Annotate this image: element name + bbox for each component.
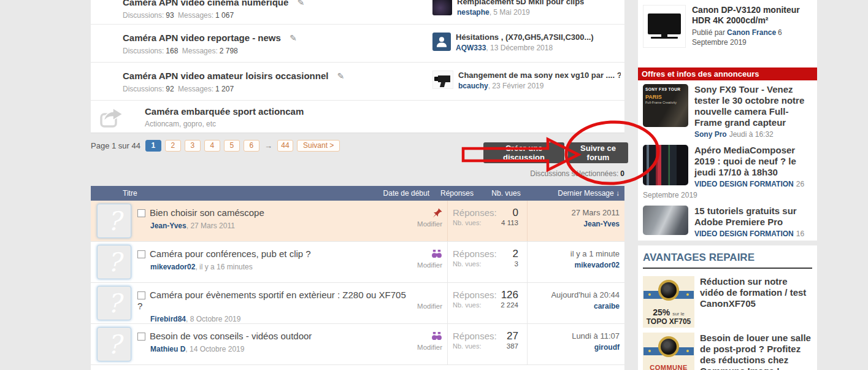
avantage-item: COMMUNE IMAGE Besoin de louer une salle … [638, 329, 817, 370]
forum-node-stats: Discussions:93 Messages:1 067 [123, 11, 432, 20]
ad-title-link[interactable]: 15 tutoriels gratuits sur Adobe Premiere… [694, 206, 797, 227]
thread-title-link[interactable]: Caméra pour conférences, pub et clip ? [150, 249, 311, 259]
ad-author-link[interactable]: VIDEO DESIGN FORMATION [694, 180, 794, 188]
page-button-3[interactable]: 3 [185, 140, 201, 152]
thread-avatar[interactable]: ? [97, 327, 131, 361]
page-counter: Page 1 sur 44 [91, 141, 140, 150]
avantage-item: 25% sur le TOPO XF705 Réduction sur notr… [638, 272, 817, 329]
forum-node-link[interactable]: Caméra APN video cinéma numérique [123, 0, 288, 7]
share-arrow-icon [99, 107, 124, 129]
last-post-title[interactable]: Changement de ma sony nex vg10 par .... … [458, 71, 621, 80]
forum-node-description: Actioncam, gopro, etc [145, 120, 624, 128]
avantage-title-link[interactable]: Réduction sur notre vidéo de formation /… [700, 276, 806, 309]
edit-icon: ✎ [298, 0, 305, 7]
thread-avatar[interactable]: ? [97, 204, 131, 238]
avantages-header: AVANTAGES REPAIRE [643, 252, 812, 269]
thread-row: ? Bien choisir son caméscope Jean-Yves, … [91, 201, 624, 242]
thread-author[interactable]: Firebird84 [150, 315, 186, 323]
last-post-thumbnail[interactable] [432, 71, 453, 89]
forum-node-link-type: Caméra embarquée sport actioncam Actionc… [91, 101, 624, 133]
featured-news-item: Canon DP-V3120 moniteur HDR 4K 2000cd/m²… [638, 0, 817, 67]
sidebar-avantages: AVANTAGES REPAIRE 25% sur le TOPO XF705 … [638, 245, 817, 370]
thread-checkbox[interactable] [137, 291, 145, 299]
ad-item: 15 tutoriels gratuits sur Adobe Premiere… [638, 202, 817, 241]
thread-checkbox[interactable] [137, 250, 145, 258]
page-button-1[interactable]: 1 [145, 140, 161, 152]
binoculars-watched-icon [409, 249, 442, 260]
monitor-thumbnail[interactable] [643, 5, 686, 48]
column-views[interactable]: Nb. vues [485, 189, 528, 198]
last-post: Hésitations , (X70,GH5,A7SII,C300...) AQ… [432, 33, 624, 62]
forum-node-link[interactable]: Caméra APN video reportage - news [123, 33, 281, 43]
forum-node-stats: Discussions:168 Messages:2 798 [123, 47, 432, 55]
thread-title-link[interactable]: Bien choisir son caméscope [150, 207, 264, 218]
modifier-link[interactable]: Modifier [409, 303, 442, 310]
page-button-5[interactable]: 5 [224, 140, 240, 152]
thread-avatar[interactable]: ? [97, 245, 131, 279]
next-page-button[interactable]: Suivant > [297, 140, 340, 152]
advertisers-banner: Offres et infos des annonceurs [638, 67, 817, 80]
page-button-last[interactable]: 44 [277, 140, 293, 152]
thread-checkbox[interactable] [137, 333, 145, 341]
member-avatar[interactable] [432, 33, 451, 51]
last-post-title[interactable]: Hésitations , (X70,GH5,A7SII,C300...) [456, 33, 594, 42]
forum-node-link[interactable]: Caméra APN video amateur loisirs occasio… [123, 71, 328, 81]
last-post-date: , 13 Décembre 2018 [486, 44, 553, 52]
last-message-user[interactable]: giroudf [528, 343, 620, 352]
forum-node-link[interactable]: Caméra embarquée sport actioncam [145, 106, 304, 117]
camera-lens-icon [658, 336, 679, 357]
mediacomposer-thumbnail[interactable] [643, 145, 688, 185]
pagination: Page 1 sur 44 1 2 3 4 5 6 → 44 Suivant > [91, 140, 344, 152]
last-post-date: , 5 Mai 2019 [490, 8, 530, 17]
column-start-date[interactable]: Date de début [365, 189, 429, 198]
modifier-link[interactable]: Modifier [409, 344, 442, 351]
thread-date: , 14 Octobre 2019 [185, 345, 244, 353]
column-last-message[interactable]: Dernier Message ↓ [528, 189, 624, 198]
thread-author[interactable]: Jean-Yves [150, 222, 186, 230]
avantage-title-link[interactable]: Besoin de louer une salle de post-prod ?… [700, 333, 811, 370]
ad-title-link[interactable]: Apéro MediaComposer 2019 : quoi de neuf … [694, 145, 796, 177]
premiere-tutorial-thumbnail[interactable] [643, 206, 688, 235]
create-discussion-button[interactable]: Créer une discussion [483, 142, 564, 163]
ad-author-link[interactable]: VIDEO DESIGN FORMATION [694, 229, 794, 238]
forum-node: Caméra APN video amateur loisirs occasio… [91, 63, 624, 101]
edit-icon: ✎ [290, 33, 297, 43]
thread-avatar[interactable]: ? [97, 286, 131, 320]
sony-fx9-thumbnail[interactable]: SONY FX9 TOUR PARIS Full-Frame Creativit… [643, 84, 688, 127]
column-replies[interactable]: Réponses [429, 189, 485, 198]
thread-title-link[interactable]: Besoin de vos conseils - vidéos outdoor [150, 331, 312, 341]
follow-forum-button[interactable]: Suivre ce forum [568, 142, 628, 163]
last-message-user[interactable]: caraibe [528, 302, 620, 310]
thread-row: ? Caméra pour conférences, pub et clip ?… [91, 242, 624, 283]
page-button-6[interactable]: 6 [244, 140, 259, 152]
thread-author[interactable]: mikevador02 [150, 263, 195, 271]
forum-node-list: Caméra APN video cinéma numérique ✎ Disc… [91, 0, 624, 133]
page-button-4[interactable]: 4 [204, 140, 220, 152]
person-icon [435, 35, 448, 48]
ad-author-link[interactable]: Sony Pro [694, 130, 727, 139]
publisher-link[interactable]: Canon France [727, 28, 776, 37]
commune-image-badge[interactable]: COMMUNE IMAGE [643, 333, 694, 370]
column-title[interactable]: Titre [91, 189, 365, 198]
thread-stats: Réponses:2 Nb. vues:3 [448, 242, 528, 282]
topo-xf705-badge[interactable]: 25% sur le TOPO XF705 [643, 276, 694, 328]
last-post-author[interactable]: bcauchy [458, 82, 488, 90]
page-button-2[interactable]: 2 [165, 140, 181, 152]
ad-title-link[interactable]: Sony FX9 Tour - Venez tester le 30 octob… [694, 84, 804, 128]
last-message-user[interactable]: mikevador02 [528, 261, 620, 269]
last-post-thumbnail[interactable] [432, 0, 452, 15]
thread-date: , 8 Octobre 2019 [186, 315, 240, 323]
last-post-author[interactable]: nestaphe [457, 8, 490, 17]
ad-item: SONY FX9 TOUR PARIS Full-Frame Creativit… [638, 80, 817, 141]
last-post-author[interactable]: AQW333 [456, 44, 486, 52]
thread-author[interactable]: Mathieu D [150, 345, 185, 353]
thread-date: , 27 Mars 2011 [186, 222, 235, 230]
thread-title-link[interactable]: Caméra pour évènements sportif en extèri… [137, 290, 406, 311]
thread-checkbox[interactable] [137, 209, 145, 217]
last-post-title[interactable]: Remplacement 5D Mkii pour clips [457, 0, 584, 6]
modifier-link[interactable]: Modifier [409, 220, 442, 228]
last-post-date: , 23 Février 2019 [488, 82, 544, 90]
last-message-user[interactable]: Jean-Yves [528, 220, 620, 228]
modifier-link[interactable]: Modifier [409, 261, 442, 269]
ad-date: Jeudi à 16:32 [729, 130, 774, 139]
